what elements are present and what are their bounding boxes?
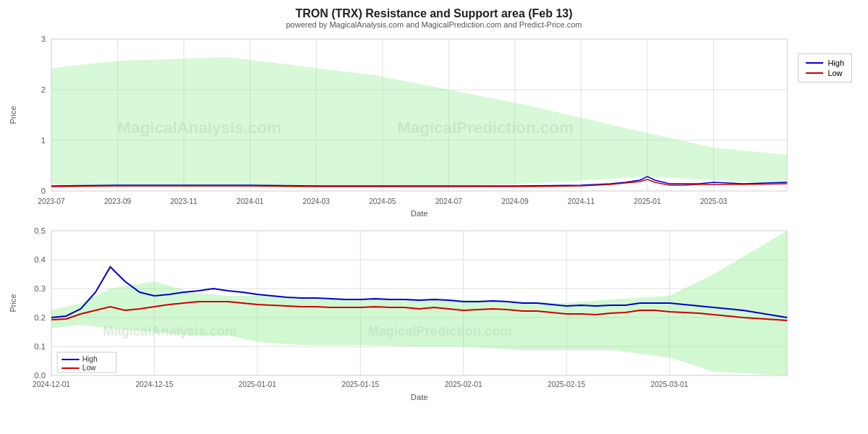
charts-wrapper: High Low bbox=[0, 32, 868, 412]
svg-text:2023-09: 2023-09 bbox=[104, 197, 132, 205]
svg-text:2025-02-15: 2025-02-15 bbox=[548, 380, 585, 388]
svg-text:2024-03: 2024-03 bbox=[303, 197, 331, 205]
svg-text:2: 2 bbox=[41, 85, 46, 94]
svg-text:Date: Date bbox=[411, 393, 428, 401]
svg-text:2024-12-01: 2024-12-01 bbox=[33, 380, 70, 388]
chart-title: TRON (TRX) Resistance and Support area (… bbox=[0, 0, 868, 20]
bottom-chart: 0.5 0.4 0.3 0.2 0.1 0.0 Price 2024-12-01… bbox=[7, 224, 861, 412]
svg-text:Date: Date bbox=[411, 209, 428, 218]
svg-text:2024-09: 2024-09 bbox=[501, 197, 529, 205]
low-line-indicator bbox=[806, 72, 823, 74]
svg-text:MagicalAnalysis.com: MagicalAnalysis.com bbox=[118, 119, 281, 137]
svg-text:2024-01: 2024-01 bbox=[237, 197, 264, 205]
svg-text:2025-02-01: 2025-02-01 bbox=[445, 380, 482, 388]
top-chart: High Low bbox=[7, 32, 861, 224]
svg-text:MagicalAnalysis.com: MagicalAnalysis.com bbox=[103, 324, 237, 339]
chart-subtitle: powered by MagicalAnalysis.com and Magic… bbox=[0, 20, 868, 29]
svg-text:2024-12-15: 2024-12-15 bbox=[135, 380, 173, 388]
svg-text:2023-11: 2023-11 bbox=[170, 197, 197, 205]
svg-text:2024-07: 2024-07 bbox=[435, 197, 463, 205]
svg-text:2025-03: 2025-03 bbox=[700, 197, 728, 205]
main-container: TRON (TRX) Resistance and Support area (… bbox=[0, 0, 868, 434]
svg-text:0: 0 bbox=[41, 187, 46, 195]
svg-text:0.5: 0.5 bbox=[34, 226, 46, 235]
low-label: Low bbox=[827, 69, 842, 77]
svg-text:1: 1 bbox=[41, 136, 46, 145]
svg-text:0.0: 0.0 bbox=[34, 371, 46, 380]
svg-text:2025-01: 2025-01 bbox=[634, 197, 661, 205]
svg-text:2025-01-01: 2025-01-01 bbox=[239, 380, 276, 388]
top-legend: High Low bbox=[798, 54, 852, 82]
svg-text:High: High bbox=[82, 355, 98, 363]
high-label: High bbox=[827, 59, 844, 67]
svg-text:MagicalPrediction.com: MagicalPrediction.com bbox=[367, 324, 511, 339]
legend-low: Low bbox=[806, 69, 844, 77]
top-chart-svg: 3 2 1 0 Price 2023-07 2023-09 2023-11 20… bbox=[7, 32, 861, 224]
svg-text:2025-03-01: 2025-03-01 bbox=[651, 380, 689, 388]
svg-text:2024-05: 2024-05 bbox=[369, 197, 396, 205]
svg-text:Price: Price bbox=[9, 106, 17, 124]
svg-text:0.1: 0.1 bbox=[34, 342, 46, 351]
svg-text:Price: Price bbox=[9, 294, 17, 312]
svg-text:MagicalPrediction.com: MagicalPrediction.com bbox=[397, 119, 574, 137]
svg-text:0.2: 0.2 bbox=[34, 313, 46, 322]
legend-high: High bbox=[806, 59, 844, 67]
svg-text:2024-11: 2024-11 bbox=[568, 197, 595, 205]
svg-text:Low: Low bbox=[82, 364, 96, 372]
svg-text:0.3: 0.3 bbox=[34, 284, 46, 293]
svg-text:0.4: 0.4 bbox=[34, 255, 46, 264]
high-line-indicator bbox=[806, 62, 823, 64]
bottom-chart-svg: 0.5 0.4 0.3 0.2 0.1 0.0 Price 2024-12-01… bbox=[7, 224, 861, 412]
svg-text:2025-01-15: 2025-01-15 bbox=[341, 380, 379, 388]
svg-text:2023-07: 2023-07 bbox=[38, 197, 65, 205]
svg-text:3: 3 bbox=[41, 35, 46, 43]
